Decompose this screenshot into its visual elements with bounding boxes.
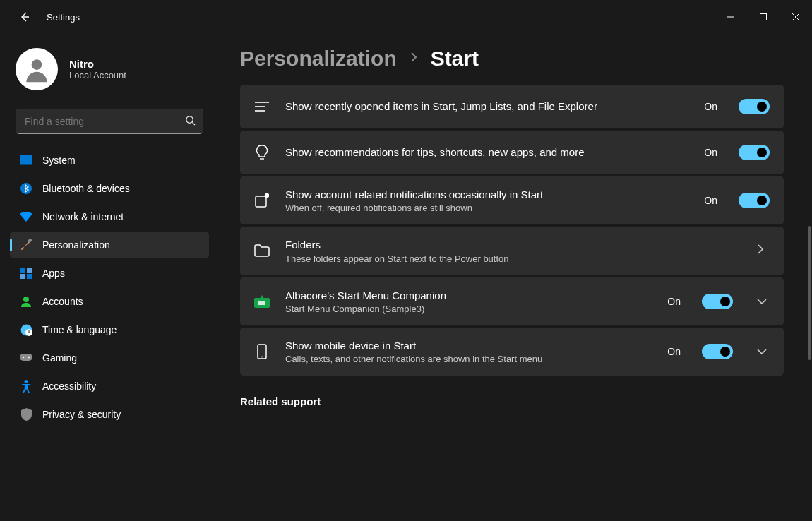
chevron-down-icon[interactable] [757, 345, 770, 358]
svg-rect-18 [20, 354, 32, 361]
svg-point-27 [265, 194, 269, 198]
titlebar: Settings [0, 0, 812, 34]
setting-recommendations[interactable]: Show recommendations for tips, shortcuts… [240, 131, 784, 174]
gamepad-icon [20, 352, 32, 364]
svg-rect-7 [20, 155, 32, 164]
sidebar-item-system[interactable]: System [10, 147, 209, 174]
maximize-button[interactable] [747, 6, 780, 28]
sidebar-item-label: Time & language [42, 324, 117, 335]
wifi-icon [20, 210, 32, 223]
svg-rect-12 [27, 268, 32, 273]
bluetooth-icon [20, 182, 32, 195]
setting-title: Show account related notifications occas… [285, 188, 690, 202]
toggle-status: On [704, 147, 717, 158]
breadcrumb: Personalization Start [240, 47, 784, 71]
setting-title: Folders [285, 238, 733, 252]
shield-icon [20, 408, 32, 421]
chevron-right-icon [410, 52, 418, 66]
sidebar-item-label: Accounts [42, 296, 83, 307]
sidebar-item-label: Accessibility [42, 381, 96, 392]
sidebar-item-label: Bluetooth & devices [42, 183, 130, 194]
sidebar-item-label: Personalization [42, 239, 110, 251]
sidebar-item-personalization[interactable]: Personalization [10, 232, 209, 258]
sidebar-item-time[interactable]: Time & language [10, 316, 209, 343]
user-icon [21, 54, 52, 85]
setting-folders[interactable]: Folders These folders appear on Start ne… [240, 227, 784, 275]
minimize-icon [727, 13, 734, 20]
toggle-switch[interactable] [739, 145, 770, 160]
sidebar-item-label: Network & internet [42, 211, 124, 222]
sidebar-item-gaming[interactable]: Gaming [10, 345, 209, 371]
svg-rect-1 [760, 14, 767, 20]
setting-title: Albacore's Start Menu Companion [285, 289, 653, 303]
sidebar-item-accounts[interactable]: Accounts [10, 288, 209, 315]
square-badge-icon [253, 193, 271, 208]
app-title: Settings [47, 12, 80, 23]
toggle-switch[interactable] [702, 344, 733, 359]
sidebar-item-accessibility[interactable]: Accessibility [10, 373, 209, 400]
sidebar-item-apps[interactable]: Apps [10, 260, 209, 287]
search-input[interactable] [23, 115, 185, 128]
breadcrumb-parent[interactable]: Personalization [240, 47, 397, 71]
close-icon [792, 13, 799, 20]
back-button[interactable] [14, 6, 35, 28]
settings-list: Show recently opened items in Start, Jum… [240, 85, 784, 376]
toggle-switch[interactable] [702, 294, 733, 309]
toggle-status: On [667, 346, 681, 357]
svg-point-5 [186, 116, 193, 122]
setting-subtitle: Start Menu Companion (Sample3) [285, 304, 653, 314]
svg-rect-13 [20, 274, 25, 279]
svg-rect-8 [20, 164, 32, 165]
svg-point-21 [25, 380, 28, 383]
svg-line-6 [192, 122, 195, 125]
scrollbar-thumb[interactable] [808, 226, 811, 360]
folder-icon [253, 244, 271, 257]
window-controls [715, 6, 812, 28]
sidebar-item-label: Privacy & security [42, 409, 121, 420]
person-icon [20, 295, 32, 308]
setting-title: Show recommendations for tips, shortcuts… [285, 145, 690, 160]
toggle-switch[interactable] [739, 99, 770, 114]
svg-point-20 [28, 357, 30, 358]
chevron-down-icon[interactable] [757, 295, 770, 308]
minimize-button[interactable] [715, 6, 747, 28]
svg-rect-11 [20, 268, 25, 273]
sidebar-item-privacy[interactable]: Privacy & security [10, 401, 209, 428]
profile-block[interactable]: Nitro Local Account [6, 42, 213, 104]
toggle-status: On [667, 296, 681, 307]
setting-recent-items[interactable]: Show recently opened items in Start, Jum… [240, 85, 784, 128]
list-icon [253, 101, 271, 112]
companion-app-icon [253, 295, 271, 308]
svg-point-19 [23, 357, 24, 358]
svg-rect-14 [27, 274, 32, 279]
search-box[interactable] [16, 109, 203, 134]
svg-rect-29 [258, 301, 265, 305]
setting-title: Show mobile device in Start [285, 339, 653, 353]
sidebar-item-bluetooth[interactable]: Bluetooth & devices [10, 175, 209, 202]
setting-account-notifications[interactable]: Show account related notifications occas… [240, 176, 784, 224]
toggle-status: On [704, 195, 717, 206]
sidebar-item-network[interactable]: Network & internet [10, 203, 209, 230]
chevron-right-icon [757, 244, 770, 257]
display-icon [20, 154, 32, 167]
user-type: Local Account [69, 70, 126, 80]
breadcrumb-current: Start [431, 47, 479, 71]
related-support-heading: Related support [240, 395, 784, 407]
sidebar: Nitro Local Account System Bluetooth & d… [0, 34, 219, 521]
toggle-switch[interactable] [739, 193, 770, 208]
svg-point-4 [32, 59, 42, 70]
main-content: Personalization Start Show recently open… [219, 34, 812, 521]
sidebar-item-label: System [42, 155, 76, 166]
accessibility-icon [20, 380, 32, 393]
lightbulb-icon [253, 145, 271, 160]
setting-start-companion[interactable]: Albacore's Start Menu Companion Start Me… [240, 277, 784, 325]
maximize-icon [760, 13, 767, 20]
setting-mobile-device[interactable]: Show mobile device in Start Calls, texts… [240, 328, 784, 376]
user-name: Nitro [69, 58, 126, 70]
clock-globe-icon [20, 323, 32, 336]
sidebar-item-label: Gaming [42, 352, 77, 364]
apps-icon [20, 267, 32, 280]
close-button[interactable] [780, 6, 812, 28]
setting-subtitle: Calls, texts, and other notifications ar… [285, 354, 653, 364]
setting-subtitle: When off, required notifications are sti… [285, 203, 690, 213]
